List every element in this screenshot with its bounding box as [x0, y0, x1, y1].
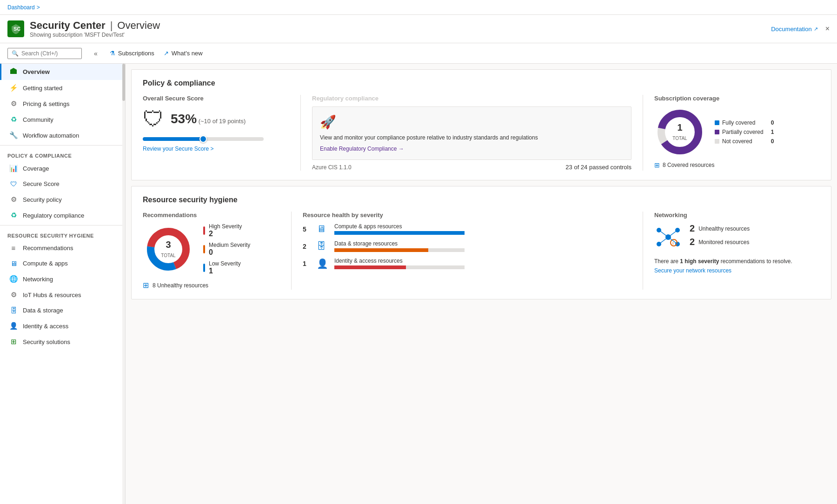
sidebar-item-getting-started[interactable]: ⚡ Getting started	[0, 80, 125, 96]
networking-icon: 🌐	[9, 275, 18, 283]
compute-count: 5	[303, 225, 312, 233]
coverage-total: 1	[677, 122, 682, 133]
unhealthy-resources-row: ⊞ 8 Unhealthy resources	[143, 281, 280, 290]
overview-icon	[9, 67, 18, 76]
high-severity-bar	[203, 226, 205, 235]
sidebar-item-security-solutions[interactable]: ⊞ Security solutions	[0, 334, 125, 350]
fully-covered-label: Fully covered	[722, 119, 755, 126]
whats-new-label: What's new	[172, 50, 203, 57]
rec-legend: High Severity 2 Medium Severity 0	[203, 223, 250, 275]
page-name: Overview	[117, 20, 160, 32]
sidebar-label-iot: IoT Hubs & resources	[23, 292, 81, 298]
sidebar-scroll-thumb[interactable]	[122, 64, 125, 101]
breadcrumb[interactable]: Dashboard >	[7, 4, 40, 11]
workflow-icon: 🔧	[9, 131, 18, 139]
enable-compliance-link[interactable]: Enable Regulatory Compliance →	[320, 146, 404, 152]
sidebar-divider-2	[0, 225, 125, 225]
monitored-stat-label: Monitored resources	[698, 239, 749, 245]
whats-new-action[interactable]: ↗ What's new	[164, 50, 203, 57]
rec-donut: 3 TOTAL	[143, 224, 194, 275]
header-title-group: Security Center | Overview Showing subsc…	[30, 20, 160, 38]
compute-icon: 🖥	[9, 259, 18, 267]
sidebar-item-coverage[interactable]: 📊 Coverage	[0, 160, 125, 176]
sidebar-item-community[interactable]: ♻ Community	[0, 112, 125, 127]
search-box[interactable]: 🔍	[7, 48, 82, 59]
networking-card: Networking	[643, 212, 820, 290]
identity-health-label: Identity & access resources	[334, 258, 631, 264]
sidebar-item-networking[interactable]: 🌐 Networking	[0, 271, 125, 287]
secure-score-card: Overall Secure Score 🛡 53% (~10 of 19 po…	[143, 95, 301, 171]
sidebar-item-identity-access[interactable]: 👤 Identity & access	[0, 318, 125, 334]
hygiene-grid: Recommendations 3	[143, 212, 820, 290]
sidebar-item-regulatory-compliance[interactable]: ♻ Regulatory compliance	[0, 207, 125, 223]
sidebar-item-recommendations[interactable]: ≡ Recommendations	[0, 240, 125, 256]
monitored-stat: 2 Monitored resources	[690, 237, 750, 247]
identity-bar-fill	[334, 265, 406, 269]
header-left: SC Security Center | Overview Showing su…	[7, 20, 160, 38]
sidebar-item-compute-apps[interactable]: 🖥 Compute & apps	[0, 256, 125, 271]
subscriptions-label: Subscriptions	[118, 50, 154, 57]
sidebar-scrollbar[interactable]	[122, 64, 125, 504]
shield-icon: 🛡	[143, 106, 164, 132]
compliance-cta: Enable Regulatory Compliance →	[320, 146, 404, 152]
sidebar-item-iot-hubs[interactable]: ⚙ IoT Hubs & resources	[0, 287, 125, 303]
hygiene-section: Resource security hygiene Recommendation…	[131, 186, 831, 299]
breadcrumb-dashboard[interactable]: Dashboard	[7, 4, 35, 11]
sidebar-label-recommendations: Recommendations	[23, 245, 73, 252]
medium-severity-count: 0	[209, 248, 250, 257]
azure-cis-count: 23 of 24 passed controls	[565, 164, 631, 171]
documentation-link[interactable]: Documentation ↗	[771, 26, 817, 33]
secure-score-label: Overall Secure Score	[143, 95, 289, 102]
rec-layout: 3 TOTAL High Severity 2	[143, 223, 280, 275]
secure-network-link[interactable]: Secure your network resources	[654, 267, 731, 274]
not-covered-dot	[715, 139, 719, 144]
search-input[interactable]	[21, 50, 78, 57]
collapse-button[interactable]: «	[91, 49, 100, 58]
identity-health-content: Identity & access resources	[334, 258, 631, 269]
not-covered-label: Not covered	[722, 138, 752, 145]
security-policy-icon: ⚙	[9, 195, 18, 204]
sidebar-label-community: Community	[23, 116, 53, 123]
partially-covered-count: 1	[766, 129, 774, 135]
review-secure-score-link[interactable]: Review your Secure Score >	[143, 146, 213, 152]
policy-compliance-section: Policy & compliance Overall Secure Score…	[131, 69, 831, 180]
monitored-count: 2	[690, 237, 695, 247]
azure-cis-row: Azure CIS 1.1.0 23 of 24 passed controls	[312, 160, 631, 171]
partially-covered-dot	[715, 130, 719, 134]
sidebar-item-secure-score[interactable]: 🛡 Secure Score	[0, 176, 125, 192]
fully-covered-count: 0	[766, 119, 774, 126]
community-icon: ♻	[9, 115, 18, 124]
sidebar-item-security-policy[interactable]: ⚙ Security policy	[0, 192, 125, 207]
compute-health-label: Compute & apps resources	[334, 223, 631, 230]
coverage-donut: 1 TOTAL	[654, 106, 705, 158]
sidebar-label-overview: Overview	[23, 68, 50, 75]
network-stats-layout: ! 2 Unhealthy resources	[654, 223, 820, 252]
identity-health-item: 1 👤 Identity & access resources	[303, 258, 631, 269]
sidebar-item-workflow-automation[interactable]: 🔧 Workflow automation	[0, 127, 125, 143]
unhealthy-stat: 2 Unhealthy resources	[690, 223, 750, 234]
unhealthy-icon: ⊞	[143, 281, 149, 290]
coverage-layout: 1 TOTAL Fully covered 0	[654, 106, 820, 158]
resource-health-card: Resource health by severity 5 🖥 Compute …	[292, 212, 643, 290]
sidebar-item-pricing-settings[interactable]: ⚙ Pricing & settings	[0, 96, 125, 112]
header-right: Documentation ↗ ×	[771, 25, 830, 33]
sidebar-item-overview[interactable]: Overview	[0, 64, 125, 80]
svg-line-14	[668, 230, 678, 237]
close-button[interactable]: ×	[825, 25, 830, 33]
regulatory-compliance-card: Regulatory compliance 🚀 View and monitor…	[301, 95, 643, 171]
coverage-legend: Fully covered 0 Partially covered 1 Not …	[715, 119, 774, 145]
svg-text:!: !	[672, 241, 674, 245]
getting-started-icon: ⚡	[9, 84, 18, 92]
sidebar-label-regulatory: Regulatory compliance	[23, 212, 84, 219]
search-icon: 🔍	[12, 50, 19, 57]
svg-text:SC: SC	[13, 26, 20, 32]
main-layout: Overview ⚡ Getting started ⚙ Pricing & s…	[0, 64, 837, 504]
covered-resources-icon: ⊞	[654, 161, 660, 169]
sidebar-item-data-storage[interactable]: 🗄 Data & storage	[0, 303, 125, 318]
hygiene-section-title: Resource security hygiene	[143, 196, 820, 204]
rec-total: 3	[166, 239, 171, 250]
low-severity-item: Low Severity 1	[203, 260, 250, 275]
sidebar-label-data-storage: Data & storage	[23, 307, 63, 314]
sidebar-label-compute: Compute & apps	[23, 260, 68, 267]
subscriptions-action[interactable]: ⚗ Subscriptions	[110, 50, 154, 57]
